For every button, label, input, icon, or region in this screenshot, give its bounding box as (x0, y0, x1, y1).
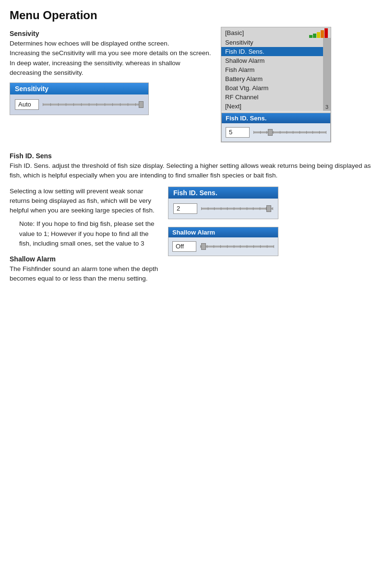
menu-item-fishid[interactable]: Fish ID. Sens. (221, 47, 323, 56)
menu-item-shallow-alarm[interactable]: Shallow Alarm (221, 56, 323, 65)
menu-sub-slider[interactable] (253, 131, 326, 133)
sensitivity-section-title: Sensivity (10, 30, 211, 37)
bar-2 (313, 34, 316, 38)
shallow-alarm-title: Shallow Alarm (10, 255, 158, 263)
fishid-panel-slider-thumb[interactable] (266, 205, 271, 212)
menu-item-sensitivity[interactable]: Sensitivity (221, 38, 323, 47)
menu-panel: [Basic] Sensitivity Fish ID. Sens. Shall… (221, 27, 336, 146)
menu-item-battery-alarm[interactable]: Battery Alarm (221, 74, 323, 83)
menu-items-area: Sensitivity Fish ID. Sens. Shallow Alarm… (221, 38, 323, 111)
menu-item-boat-vtg[interactable]: Boat Vtg. Alarm (221, 83, 323, 93)
sensitivity-panel: Sensitivity Auto (10, 82, 149, 115)
menu-item-rf-channel[interactable]: RF Channel (221, 93, 323, 102)
fishid-section-body2: Selecting a low setting will prevent wea… (10, 187, 158, 216)
fishid-note: Note: If you hope to find big fish, plea… (10, 219, 158, 248)
menu-side-number: 3 (323, 38, 331, 111)
sensitivity-value: Auto (15, 99, 39, 110)
menu-sub-value: 5 (226, 127, 250, 138)
fishid-panel-value: 2 (173, 203, 197, 214)
fishid-panel-slider[interactable] (201, 208, 273, 210)
sensitivity-section-body: Determines how echoes will be displayed … (10, 39, 211, 78)
fishid-panel-body: 2 (168, 199, 278, 219)
shallow-alarm-panel-header: Shallow Alarm (168, 227, 278, 237)
fishid-section-body1: Fish ID. Sens. adjust the threshold of f… (10, 161, 374, 181)
shallow-alarm-body: The Fishfinder sound an alarm tone when … (10, 264, 158, 284)
sensitivity-slider-thumb[interactable] (139, 101, 144, 108)
menu-item-next[interactable]: [Next] (221, 102, 323, 111)
bar-4 (321, 30, 324, 38)
bar-3 (317, 32, 320, 38)
signal-bars (309, 28, 328, 38)
menu-sub-panel: Fish ID. Sens. 5 (221, 113, 331, 142)
sensitivity-slider[interactable] (43, 104, 144, 106)
shallow-alarm-panel-body: Off (168, 237, 278, 256)
fishid-panel: Fish ID. Sens. 2 (168, 187, 278, 219)
menu-item-fish-alarm[interactable]: Fish Alarm (221, 65, 323, 74)
shallow-alarm-slider-thumb[interactable] (201, 243, 206, 250)
fishid-panel-header: Fish ID. Sens. (168, 187, 278, 199)
menu-list: Sensitivity Fish ID. Sens. Shallow Alarm… (221, 38, 323, 111)
fishid-section-title: Fish ID. Sens (10, 152, 374, 160)
bar-5 (324, 28, 328, 38)
shallow-alarm-panel: Shallow Alarm Off (168, 227, 278, 256)
page-title: Menu Operation (10, 9, 374, 22)
shallow-alarm-slider[interactable] (200, 246, 274, 247)
sensitivity-panel-body: Auto (10, 94, 148, 115)
shallow-alarm-value: Off (172, 241, 196, 252)
menu-sub-panel-header: Fish ID. Sens. (222, 113, 330, 123)
sensitivity-panel-header: Sensitivity (10, 83, 148, 94)
menu-basic-label: [Basic] (225, 28, 244, 37)
menu-sub-panel-body: 5 (222, 123, 330, 141)
menu-sub-slider-thumb[interactable] (268, 129, 273, 136)
